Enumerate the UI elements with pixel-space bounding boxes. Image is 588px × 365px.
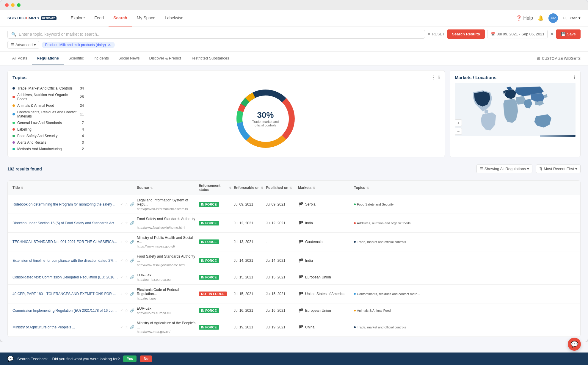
- customize-widgets-button[interactable]: ⊞ CUSTOMIZE WIDGETS: [537, 57, 581, 61]
- regulation-title[interactable]: Consolidated text: Commission Delegated …: [12, 275, 118, 279]
- topic-list-item[interactable]: Trade, Market And Official Controls 34: [12, 85, 84, 92]
- minimize-window-btn[interactable]: [11, 3, 15, 7]
- tab-social-news[interactable]: Social News: [114, 52, 145, 65]
- regulation-title[interactable]: Commission Implementing Regulation (EU) …: [12, 308, 118, 313]
- remove-filter-button[interactable]: ✕: [108, 43, 111, 47]
- showing-filter-dropdown[interactable]: ☰ Showing All Regulations ▾: [476, 165, 532, 173]
- close-window-btn[interactable]: [5, 3, 9, 7]
- source-name: Legal and Information System of Repu...: [137, 198, 188, 206]
- star-icon[interactable]: ☆: [125, 292, 128, 296]
- col-published-on[interactable]: Published on ⇅: [266, 184, 296, 192]
- star-icon[interactable]: ☆: [125, 202, 128, 206]
- link-icon[interactable]: 🔗: [130, 202, 134, 206]
- close-date-button[interactable]: ✕: [550, 31, 554, 37]
- check-icon[interactable]: ✓: [120, 259, 123, 263]
- notifications-button[interactable]: 🔔: [538, 15, 544, 21]
- check-icon[interactable]: ✓: [120, 325, 123, 329]
- col-topics[interactable]: Topics ⇅: [354, 184, 576, 192]
- market-name: India: [305, 259, 313, 263]
- topic-list-item[interactable]: Animals & Animal Feed 24: [12, 102, 84, 109]
- tab-incidents[interactable]: Incidents: [89, 52, 114, 65]
- topic-list-item[interactable]: General Law And Standards 7: [12, 120, 84, 126]
- nav-myspace[interactable]: My Space: [132, 10, 160, 26]
- save-button[interactable]: 💾 Save: [556, 29, 581, 39]
- regulation-title[interactable]: TECHNICAL STANDARD No. 001-2021 FOR THE …: [12, 240, 118, 244]
- source-url[interactable]: http://www.fssai.gov.in/home.html: [137, 263, 196, 267]
- star-icon[interactable]: ☆: [125, 275, 128, 279]
- check-icon[interactable]: ✓: [120, 292, 123, 296]
- nav-labelwise[interactable]: Labelwise: [160, 10, 188, 26]
- star-icon[interactable]: ☆: [125, 240, 128, 244]
- check-icon[interactable]: ✓: [120, 221, 123, 225]
- tab-all-posts[interactable]: All Posts: [7, 52, 32, 65]
- regulation-title[interactable]: Direction under Section 16 (5) of Food S…: [12, 221, 118, 225]
- topics-info-button[interactable]: ℹ: [438, 75, 440, 80]
- topic-list-item[interactable]: Labelling 4: [12, 126, 84, 133]
- link-icon[interactable]: 🔗: [130, 292, 134, 296]
- source-url[interactable]: http://www.fssai.gov.in/home.html: [137, 226, 196, 229]
- sort-dropdown[interactable]: ⇅ Most Recent First ▾: [536, 165, 581, 173]
- tab-discover-predict[interactable]: Discover & Predict: [145, 52, 186, 65]
- regulation-title[interactable]: Extension of timeline for compliance wit…: [12, 259, 118, 263]
- star-icon[interactable]: ☆: [125, 259, 128, 263]
- cell-market: 🏴 European Union: [298, 275, 352, 279]
- star-icon[interactable]: ☆: [125, 308, 128, 313]
- topics-menu-button[interactable]: ⋮: [431, 75, 436, 80]
- markets-menu-button[interactable]: ⋮: [567, 75, 571, 80]
- tab-restricted-substances[interactable]: Restricted Substances: [186, 52, 234, 65]
- nav-explore[interactable]: Explore: [66, 10, 90, 26]
- source-url[interactable]: http://eur-lex.europa.eu: [137, 311, 196, 315]
- link-icon[interactable]: 🔗: [130, 259, 134, 263]
- markets-widget-actions: ⋮ ℹ: [567, 75, 576, 80]
- search-input-wrap[interactable]: 🔍: [7, 30, 425, 39]
- source-url[interactable]: http://ecfr.gov: [137, 297, 196, 300]
- source-url[interactable]: http://pravno-informacioni-sistem.rs: [137, 207, 196, 211]
- star-icon[interactable]: ☆: [125, 325, 128, 329]
- regulation-title[interactable]: Ministry of Agriculture of the People's …: [12, 325, 118, 329]
- check-icon[interactable]: ✓: [120, 275, 123, 279]
- source-url[interactable]: https://www.mspas.gob.gt/: [137, 245, 196, 248]
- link-icon[interactable]: 🔗: [130, 240, 134, 244]
- col-source[interactable]: Source ⇅: [137, 184, 196, 192]
- check-icon[interactable]: ✓: [120, 202, 123, 206]
- nav-search[interactable]: Search: [109, 10, 132, 26]
- topic-list-item[interactable]: Methods And Manufacturing 2: [12, 146, 84, 152]
- zoom-in-button[interactable]: +: [455, 119, 462, 126]
- help-button[interactable]: ❓ Help: [516, 15, 533, 21]
- link-icon[interactable]: 🔗: [130, 308, 134, 313]
- topic-count: 24: [80, 104, 84, 108]
- regulation-title[interactable]: Rulebook on determining the Program for …: [12, 202, 118, 206]
- check-icon[interactable]: ✓: [120, 308, 123, 313]
- date-range-picker[interactable]: 📅 Jul 09, 2021 - Sep 06, 2021: [487, 30, 548, 38]
- topic-list-item[interactable]: Alerts And Recalls 3: [12, 139, 84, 146]
- link-icon[interactable]: 🔗: [130, 275, 134, 279]
- col-enforceable-on[interactable]: Enforceable on ⇅: [234, 184, 264, 192]
- zoom-out-button[interactable]: −: [455, 128, 462, 135]
- col-title[interactable]: Title ⇅: [12, 184, 134, 192]
- source-url[interactable]: http://www.moa.gov.cn/: [137, 330, 196, 333]
- maximize-window-btn[interactable]: [17, 3, 21, 7]
- cell-published-on: Jul 15, 2021: [266, 292, 296, 296]
- topic-name: Food Safety And Security: [17, 134, 79, 138]
- search-input[interactable]: [19, 32, 421, 37]
- regulation-title[interactable]: 40 CFR, PART 180—TOLERANCES AND EXEMPTIO…: [12, 292, 118, 296]
- nav-feed[interactable]: Feed: [90, 10, 109, 26]
- search-results-button[interactable]: Search Results: [447, 29, 485, 39]
- star-icon[interactable]: ☆: [125, 221, 128, 225]
- topic-list-item[interactable]: Additives, Nutrition And Organic Foods 2…: [12, 92, 84, 102]
- check-icon[interactable]: ✓: [120, 240, 123, 244]
- col-enforcement[interactable]: Enforcement status ⇅: [199, 184, 231, 192]
- topic-list-item[interactable]: Food Safety And Security 4: [12, 133, 84, 139]
- reset-button[interactable]: ✕ RESET: [427, 32, 445, 36]
- source-url[interactable]: http://eur-lex.europa.eu: [137, 278, 196, 281]
- col-markets[interactable]: Markets ⇅: [298, 184, 352, 192]
- user-menu[interactable]: Hi, User ▾: [563, 16, 581, 20]
- topic-list-item[interactable]: Contaminants, Residues And Contact Mater…: [12, 109, 84, 120]
- cell-enforcement: NOT IN FORCE: [199, 292, 231, 296]
- markets-info-button[interactable]: ℹ: [574, 75, 576, 80]
- tab-regulations[interactable]: Regulations: [32, 52, 64, 65]
- tab-scientific[interactable]: Scientific: [64, 52, 89, 65]
- link-icon[interactable]: 🔗: [130, 325, 134, 329]
- advanced-button[interactable]: ☰ Advanced ▾: [7, 41, 39, 48]
- link-icon[interactable]: 🔗: [130, 221, 134, 225]
